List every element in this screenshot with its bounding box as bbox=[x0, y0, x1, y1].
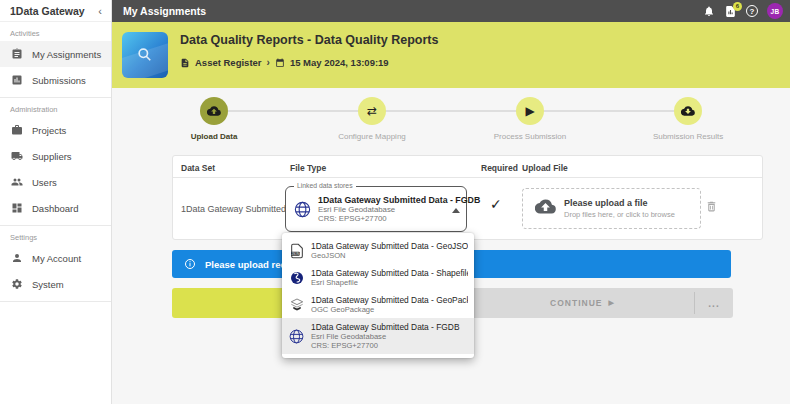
sidebar-item-system[interactable]: System bbox=[0, 271, 111, 297]
upload-cloud-icon bbox=[535, 196, 556, 221]
continue-button[interactable]: CONTINUE ▶ bbox=[471, 288, 694, 318]
cloud-upload-icon bbox=[207, 104, 221, 118]
app-title: 1Data Gateway bbox=[10, 5, 85, 17]
breadcrumb-separator: › bbox=[267, 57, 270, 68]
sidebar-item-suppliers[interactable]: Suppliers bbox=[0, 143, 111, 169]
col-upload-file: Upload File bbox=[522, 163, 568, 173]
swap-arrows-icon: ⇄ bbox=[367, 105, 377, 117]
sidebar-item-my-assignments[interactable]: My Assignments bbox=[0, 41, 111, 67]
file-type-select[interactable]: Linked data stores 1Data Gateway Submitt… bbox=[285, 186, 467, 232]
sidebar-item-projects[interactable]: Projects bbox=[0, 117, 111, 143]
sidebar-divider bbox=[0, 301, 111, 302]
sidebar-item-users[interactable]: Users bbox=[0, 169, 111, 195]
calendar-icon bbox=[275, 58, 285, 68]
magnifier-icon bbox=[135, 45, 155, 65]
person-icon bbox=[11, 252, 23, 264]
breadcrumb: Asset Register › 15 May 2024, 13:09:19 bbox=[180, 57, 389, 68]
wizard-stepper: Upload Data ⇄ Configure Mapping ▶ Proces… bbox=[135, 97, 767, 145]
dashboard-grid-icon bbox=[11, 202, 23, 214]
info-icon bbox=[184, 258, 196, 270]
sidebar-section-activities: Activities bbox=[0, 22, 111, 41]
option-geojson[interactable]: JSON 1Data Gateway Submitted Data - GeoJ… bbox=[282, 237, 474, 264]
sidebar-item-my-account[interactable]: My Account bbox=[0, 245, 111, 271]
step-upload-data[interactable]: Upload Data bbox=[135, 97, 293, 145]
briefcase-icon bbox=[11, 124, 23, 136]
selected-crs: CRS: EPSG+27700 bbox=[318, 214, 452, 223]
option-fgdb[interactable]: 1Data Gateway Submitted Data - FGDB Esri… bbox=[282, 318, 474, 354]
cloud-download-icon bbox=[681, 104, 695, 118]
sidebar-header: 1Data Gateway ‹ bbox=[0, 0, 111, 22]
required-check-icon: ✓ bbox=[490, 196, 502, 212]
sidebar-item-submissions[interactable]: Submissions bbox=[0, 67, 111, 93]
assignment-thumbnail bbox=[122, 32, 168, 78]
geopackage-box-icon bbox=[288, 297, 305, 313]
col-file-type: File Type bbox=[290, 163, 326, 173]
dropzone-title: Please upload a file bbox=[564, 198, 675, 208]
file-type-dropdown-menu: JSON 1Data Gateway Submitted Data - GeoJ… bbox=[282, 233, 474, 358]
option-geopackage[interactable]: 1Data Gateway Submitted Data - GeoPackag… bbox=[282, 291, 474, 318]
geojson-file-icon: JSON bbox=[288, 243, 305, 259]
sidebar-item-dashboard[interactable]: Dashboard bbox=[0, 195, 111, 221]
continue-button-group: CONTINUE ▶ ... bbox=[471, 288, 733, 318]
more-options-button[interactable]: ... bbox=[695, 288, 733, 318]
notification-count-badge: 6 bbox=[733, 2, 742, 11]
sidebar-section-administration: Administration bbox=[0, 98, 111, 117]
step-submission-results[interactable]: Submission Results bbox=[609, 97, 767, 145]
col-data-set: Data Set bbox=[181, 163, 215, 173]
table-header: Data Set File Type Required Upload File bbox=[173, 156, 762, 178]
breadcrumb-date: 15 May 2024, 13:09:19 bbox=[290, 57, 389, 68]
shapefile-globe-icon bbox=[288, 270, 305, 286]
fgdb-globe-icon bbox=[288, 328, 305, 345]
col-required: Required bbox=[481, 163, 518, 173]
fgdb-globe-icon bbox=[293, 200, 312, 219]
selected-file-type: 1Data Gateway Submitted Data - FGDB bbox=[318, 195, 452, 205]
breadcrumb-project[interactable]: Asset Register bbox=[195, 57, 262, 68]
svg-text:JSON: JSON bbox=[291, 251, 299, 255]
gear-icon bbox=[11, 278, 23, 290]
sidebar-collapse-icon[interactable]: ‹ bbox=[98, 5, 102, 17]
help-icon[interactable]: ? bbox=[746, 5, 758, 17]
project-doc-icon bbox=[180, 58, 190, 68]
users-group-icon bbox=[11, 176, 23, 188]
delete-file-icon[interactable] bbox=[705, 199, 718, 217]
sidebar-section-settings: Settings bbox=[0, 226, 111, 245]
continue-play-icon: ▶ bbox=[609, 299, 615, 307]
avatar[interactable]: JB bbox=[767, 3, 783, 19]
option-shapefile[interactable]: 1Data Gateway Submitted Data - Shapefile… bbox=[282, 264, 474, 291]
table-row: 1Data Gateway Submitted Data Linked data… bbox=[173, 178, 762, 239]
assignment-title: Data Quality Reports - Data Quality Repo… bbox=[180, 33, 438, 47]
upload-table: Data Set File Type Required Upload File … bbox=[172, 155, 763, 240]
select-label: Linked data stores bbox=[294, 182, 356, 189]
step-configure-mapping[interactable]: ⇄ Configure Mapping bbox=[293, 97, 451, 145]
sidebar: 1Data Gateway ‹ Activities My Assignment… bbox=[0, 0, 112, 404]
step-process-submission[interactable]: ▶ Process Submission bbox=[451, 97, 609, 145]
truck-icon bbox=[11, 150, 23, 162]
play-icon: ▶ bbox=[525, 105, 534, 117]
app-root: 1Data Gateway ‹ Activities My Assignment… bbox=[0, 0, 790, 404]
dropzone-subtitle: Drop files here, or click to browse bbox=[564, 210, 675, 219]
topbar: My Assignments 6 ? JB bbox=[112, 0, 790, 22]
notifications-bell-icon[interactable] bbox=[703, 5, 715, 17]
submissions-report-icon[interactable]: 6 bbox=[724, 5, 737, 18]
file-dropzone[interactable]: Please upload a file Drop files here, or… bbox=[522, 188, 701, 229]
dropdown-caret-icon bbox=[452, 208, 460, 213]
assignment-icon bbox=[11, 48, 23, 60]
assignment-header: Data Quality Reports - Data Quality Repo… bbox=[112, 22, 790, 88]
page-title: My Assignments bbox=[112, 5, 703, 17]
submissions-chart-icon bbox=[11, 74, 23, 86]
